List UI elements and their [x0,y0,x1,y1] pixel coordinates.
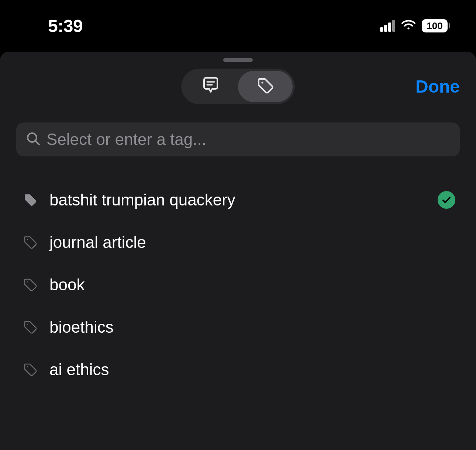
status-time: 5:39 [48,16,83,36]
tag-list: batshit trumpian quackery journal articl… [0,179,476,391]
battery-indicator: 100 [422,19,450,32]
sheet-grabber[interactable] [223,58,253,62]
search-icon [26,131,41,148]
tag-label: bioethics [49,318,426,336]
segment-notes[interactable] [183,71,238,102]
tag-row[interactable]: bioethics [16,306,460,348]
svg-point-6 [27,281,28,282]
segment-tags[interactable] [238,71,293,102]
tag-label: ai ethics [49,360,426,379]
tag-label: journal article [49,233,426,252]
done-button[interactable]: Done [415,76,460,97]
tag-row[interactable]: book [16,263,460,306]
sheet-header: Done [0,68,476,105]
tag-icon [23,193,38,207]
tag-icon [23,277,38,292]
tag-label: batshit trumpian quackery [49,191,426,209]
tag-picker-sheet: Done batshit trumpian quackery [0,52,476,450]
tag-row[interactable]: ai ethics [16,348,460,391]
tag-row[interactable]: journal article [16,221,460,263]
svg-point-7 [27,323,28,325]
status-indicators: 100 [380,19,450,32]
tag-icon [256,76,275,97]
tag-icon [23,235,38,250]
status-bar: 5:39 100 [0,0,476,52]
battery-level: 100 [422,19,448,32]
svg-point-3 [28,133,37,142]
svg-point-2 [262,82,263,84]
svg-line-4 [36,141,39,145]
svg-point-5 [27,239,28,240]
tag-icon [23,362,38,377]
segmented-control [182,69,294,104]
tag-search-field[interactable] [16,122,460,156]
cellular-signal-icon [380,20,395,32]
tag-icon [23,320,38,335]
tag-search-input[interactable] [46,130,450,149]
chat-bubble-icon [201,76,220,97]
tag-row[interactable]: batshit trumpian quackery [16,179,460,221]
svg-point-8 [27,366,28,367]
tag-label: book [49,276,426,294]
wifi-icon [400,19,417,32]
checkmark-icon [438,191,455,209]
